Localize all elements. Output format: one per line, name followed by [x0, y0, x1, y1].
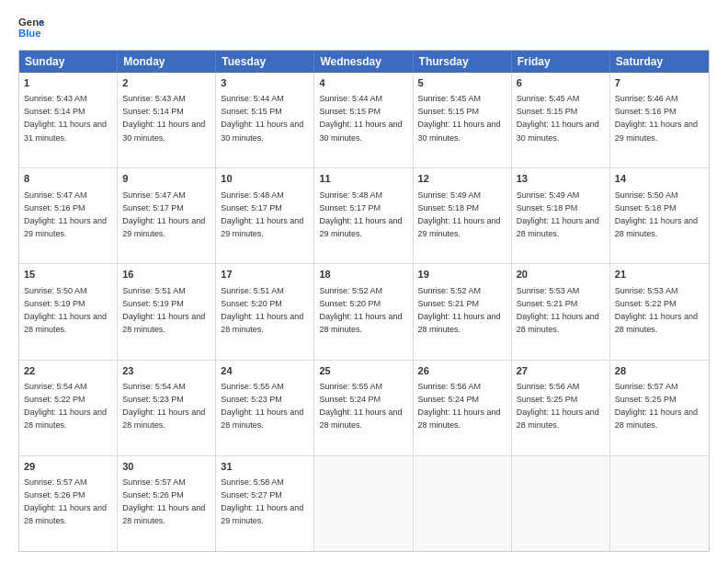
- cal-cell-day-1: 1Sunrise: 5:43 AMSunset: 5:14 PMDaylight…: [19, 73, 118, 167]
- day-number: 12: [418, 172, 506, 186]
- day-info: Sunrise: 5:54 AMSunset: 5:22 PMDaylight:…: [24, 382, 107, 430]
- calendar-row-1: 1Sunrise: 5:43 AMSunset: 5:14 PMDaylight…: [19, 73, 709, 168]
- day-info: Sunrise: 5:47 AMSunset: 5:16 PMDaylight:…: [24, 190, 107, 238]
- cal-cell-day-10: 10Sunrise: 5:48 AMSunset: 5:17 PMDayligh…: [216, 168, 314, 263]
- day-info: Sunrise: 5:50 AMSunset: 5:19 PMDaylight:…: [24, 286, 107, 334]
- day-info: Sunrise: 5:52 AMSunset: 5:21 PMDaylight:…: [418, 286, 501, 334]
- day-number: 13: [517, 172, 605, 186]
- day-info: Sunrise: 5:46 AMSunset: 5:16 PMDaylight:…: [615, 94, 698, 142]
- day-info: Sunrise: 5:51 AMSunset: 5:19 PMDaylight:…: [122, 286, 205, 334]
- day-number: 16: [122, 268, 210, 282]
- header: General Blue: [18, 15, 710, 40]
- day-info: Sunrise: 5:45 AMSunset: 5:15 PMDaylight:…: [517, 94, 599, 142]
- day-number: 27: [517, 364, 605, 378]
- day-info: Sunrise: 5:49 AMSunset: 5:18 PMDaylight:…: [517, 190, 599, 238]
- cal-cell-empty: [512, 456, 610, 551]
- cal-cell-empty: [414, 456, 512, 551]
- cal-cell-day-15: 15Sunrise: 5:50 AMSunset: 5:19 PMDayligh…: [19, 264, 118, 359]
- weekday-header-sunday: Sunday: [19, 51, 118, 73]
- cal-cell-day-26: 26Sunrise: 5:56 AMSunset: 5:24 PMDayligh…: [414, 361, 512, 455]
- svg-text:General: General: [18, 17, 44, 28]
- day-info: Sunrise: 5:57 AMSunset: 5:26 PMDaylight:…: [122, 477, 205, 525]
- day-info: Sunrise: 5:54 AMSunset: 5:23 PMDaylight:…: [122, 382, 205, 430]
- day-info: Sunrise: 5:50 AMSunset: 5:18 PMDaylight:…: [615, 190, 698, 238]
- calendar-row-2: 8Sunrise: 5:47 AMSunset: 5:16 PMDaylight…: [19, 168, 709, 264]
- cal-cell-day-28: 28Sunrise: 5:57 AMSunset: 5:25 PMDayligh…: [610, 361, 709, 455]
- svg-text:Blue: Blue: [18, 28, 41, 39]
- cal-cell-day-8: 8Sunrise: 5:47 AMSunset: 5:16 PMDaylight…: [19, 168, 118, 263]
- cal-cell-day-30: 30Sunrise: 5:57 AMSunset: 5:26 PMDayligh…: [118, 456, 216, 551]
- cal-cell-day-14: 14Sunrise: 5:50 AMSunset: 5:18 PMDayligh…: [610, 168, 709, 263]
- day-number: 1: [24, 76, 112, 90]
- day-info: Sunrise: 5:45 AMSunset: 5:15 PMDaylight:…: [418, 94, 501, 142]
- day-info: Sunrise: 5:44 AMSunset: 5:15 PMDaylight:…: [221, 94, 303, 142]
- cal-cell-day-21: 21Sunrise: 5:53 AMSunset: 5:22 PMDayligh…: [610, 264, 709, 359]
- logo: General Blue: [18, 15, 44, 40]
- cal-cell-day-24: 24Sunrise: 5:55 AMSunset: 5:23 PMDayligh…: [216, 361, 314, 455]
- weekday-header-thursday: Thursday: [414, 51, 512, 73]
- day-info: Sunrise: 5:53 AMSunset: 5:21 PMDaylight:…: [517, 286, 599, 334]
- day-number: 15: [24, 268, 112, 282]
- cal-cell-empty: [610, 456, 709, 551]
- cal-cell-day-27: 27Sunrise: 5:56 AMSunset: 5:25 PMDayligh…: [512, 361, 610, 455]
- cal-cell-day-18: 18Sunrise: 5:52 AMSunset: 5:20 PMDayligh…: [314, 264, 413, 359]
- day-number: 19: [418, 268, 506, 282]
- day-number: 28: [615, 364, 704, 378]
- cal-cell-day-25: 25Sunrise: 5:55 AMSunset: 5:24 PMDayligh…: [314, 361, 413, 455]
- day-number: 6: [517, 76, 605, 90]
- day-info: Sunrise: 5:56 AMSunset: 5:25 PMDaylight:…: [517, 382, 599, 430]
- cal-cell-day-13: 13Sunrise: 5:49 AMSunset: 5:18 PMDayligh…: [512, 168, 610, 263]
- cal-cell-day-29: 29Sunrise: 5:57 AMSunset: 5:26 PMDayligh…: [19, 456, 118, 551]
- day-number: 7: [615, 76, 704, 90]
- day-info: Sunrise: 5:53 AMSunset: 5:22 PMDaylight:…: [615, 286, 698, 334]
- day-number: 30: [122, 460, 210, 474]
- cal-cell-day-31: 31Sunrise: 5:58 AMSunset: 5:27 PMDayligh…: [216, 456, 314, 551]
- cal-cell-day-4: 4Sunrise: 5:44 AMSunset: 5:15 PMDaylight…: [314, 73, 413, 167]
- day-number: 24: [221, 364, 309, 378]
- cal-cell-day-5: 5Sunrise: 5:45 AMSunset: 5:15 PMDaylight…: [414, 73, 512, 167]
- day-number: 29: [24, 460, 112, 474]
- day-number: 31: [221, 460, 309, 474]
- logo-icon: General Blue: [18, 15, 44, 40]
- page: General Blue SundayMondayTuesdayWednesda…: [0, 0, 728, 563]
- day-number: 26: [418, 364, 506, 378]
- day-number: 14: [615, 172, 704, 186]
- day-number: 10: [221, 172, 309, 186]
- cal-cell-day-22: 22Sunrise: 5:54 AMSunset: 5:22 PMDayligh…: [19, 361, 118, 455]
- day-number: 17: [221, 268, 309, 282]
- cal-cell-empty: [314, 456, 413, 551]
- day-info: Sunrise: 5:58 AMSunset: 5:27 PMDaylight:…: [221, 477, 303, 525]
- day-number: 5: [418, 76, 506, 90]
- cal-cell-day-23: 23Sunrise: 5:54 AMSunset: 5:23 PMDayligh…: [118, 361, 216, 455]
- calendar-container: SundayMondayTuesdayWednesdayThursdayFrid…: [18, 50, 710, 552]
- day-info: Sunrise: 5:49 AMSunset: 5:18 PMDaylight:…: [418, 190, 501, 238]
- day-number: 25: [319, 364, 407, 378]
- day-number: 2: [122, 76, 210, 90]
- calendar-row-3: 15Sunrise: 5:50 AMSunset: 5:19 PMDayligh…: [19, 264, 709, 360]
- day-number: 9: [122, 172, 210, 186]
- day-info: Sunrise: 5:43 AMSunset: 5:14 PMDaylight:…: [24, 94, 107, 142]
- day-number: 18: [319, 268, 407, 282]
- day-info: Sunrise: 5:47 AMSunset: 5:17 PMDaylight:…: [122, 190, 205, 238]
- cal-cell-day-19: 19Sunrise: 5:52 AMSunset: 5:21 PMDayligh…: [414, 264, 512, 359]
- calendar-body: 1Sunrise: 5:43 AMSunset: 5:14 PMDaylight…: [19, 73, 709, 551]
- cal-cell-day-11: 11Sunrise: 5:48 AMSunset: 5:17 PMDayligh…: [314, 168, 413, 263]
- day-info: Sunrise: 5:51 AMSunset: 5:20 PMDaylight:…: [221, 286, 303, 334]
- day-number: 8: [24, 172, 112, 186]
- cal-cell-day-3: 3Sunrise: 5:44 AMSunset: 5:15 PMDaylight…: [216, 73, 314, 167]
- day-info: Sunrise: 5:52 AMSunset: 5:20 PMDaylight:…: [319, 286, 402, 334]
- day-info: Sunrise: 5:56 AMSunset: 5:24 PMDaylight:…: [418, 382, 501, 430]
- calendar-row-5: 29Sunrise: 5:57 AMSunset: 5:26 PMDayligh…: [19, 456, 709, 551]
- calendar-row-4: 22Sunrise: 5:54 AMSunset: 5:22 PMDayligh…: [19, 361, 709, 456]
- cal-cell-day-6: 6Sunrise: 5:45 AMSunset: 5:15 PMDaylight…: [512, 73, 610, 167]
- cal-cell-day-2: 2Sunrise: 5:43 AMSunset: 5:14 PMDaylight…: [118, 73, 216, 167]
- day-number: 23: [122, 364, 210, 378]
- day-info: Sunrise: 5:48 AMSunset: 5:17 PMDaylight:…: [319, 190, 402, 238]
- weekday-header-tuesday: Tuesday: [216, 51, 314, 73]
- day-number: 22: [24, 364, 112, 378]
- weekday-header-monday: Monday: [118, 51, 216, 73]
- cal-cell-day-12: 12Sunrise: 5:49 AMSunset: 5:18 PMDayligh…: [414, 168, 512, 263]
- weekday-header-saturday: Saturday: [610, 51, 709, 73]
- day-number: 4: [319, 76, 407, 90]
- day-info: Sunrise: 5:55 AMSunset: 5:23 PMDaylight:…: [221, 382, 303, 430]
